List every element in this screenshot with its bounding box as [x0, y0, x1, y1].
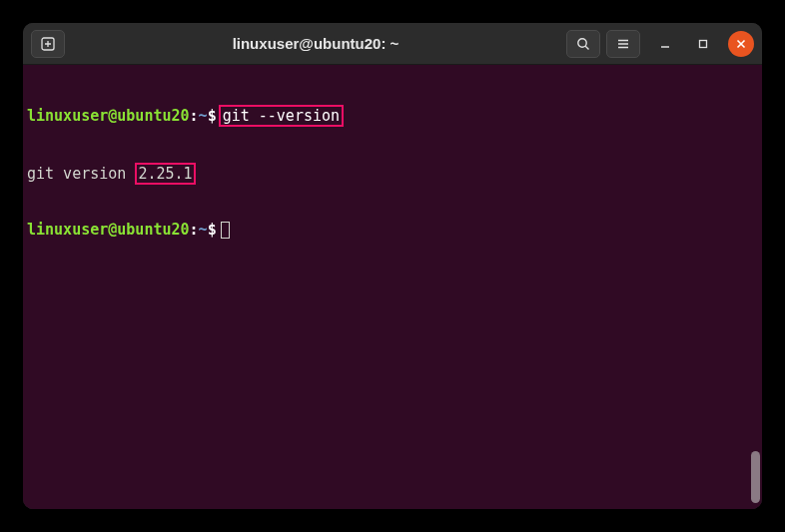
prompt-path: ~ — [199, 107, 208, 125]
minimize-icon — [659, 38, 671, 50]
terminal-window: linuxuser@ubuntu20: ~ — [23, 23, 762, 509]
titlebar: linuxuser@ubuntu20: ~ — [23, 23, 762, 65]
prompt-path: ~ — [199, 221, 208, 239]
highlight-command: git --version — [219, 105, 344, 127]
hamburger-icon — [615, 36, 631, 52]
close-icon — [735, 38, 747, 50]
svg-point-3 — [578, 38, 586, 46]
prompt-symbol: $ — [208, 107, 217, 125]
maximize-button[interactable] — [690, 31, 716, 57]
terminal-body[interactable]: linuxuser@ubuntu20:~$ git --version git … — [23, 65, 762, 509]
close-button[interactable] — [728, 31, 754, 57]
prompt-symbol: $ — [208, 221, 217, 239]
command-text: git --version — [223, 107, 340, 125]
cursor — [221, 222, 230, 239]
terminal-line-2: git version 2.25.1 — [27, 163, 758, 185]
new-tab-icon — [40, 36, 56, 52]
window-title: linuxuser@ubuntu20: ~ — [71, 35, 560, 52]
search-button[interactable] — [566, 30, 600, 58]
minimize-button[interactable] — [652, 31, 678, 57]
prompt-user: linuxuser@ubuntu20 — [27, 107, 190, 125]
prompt-user: linuxuser@ubuntu20 — [27, 221, 190, 239]
scrollbar-thumb[interactable] — [751, 451, 760, 503]
new-tab-button[interactable] — [31, 30, 65, 58]
svg-rect-9 — [700, 40, 707, 47]
highlight-version: 2.25.1 — [135, 163, 195, 185]
maximize-icon — [697, 38, 709, 50]
output-prefix: git version — [27, 165, 135, 183]
terminal-line-1: linuxuser@ubuntu20:~$ git --version — [27, 105, 758, 127]
prompt-separator: : — [190, 221, 199, 239]
prompt-separator: : — [190, 107, 199, 125]
version-text: 2.25.1 — [138, 165, 192, 183]
svg-line-4 — [585, 46, 588, 49]
search-icon — [575, 36, 591, 52]
menu-button[interactable] — [606, 30, 640, 58]
terminal-line-3: linuxuser@ubuntu20:~$ — [27, 221, 758, 239]
